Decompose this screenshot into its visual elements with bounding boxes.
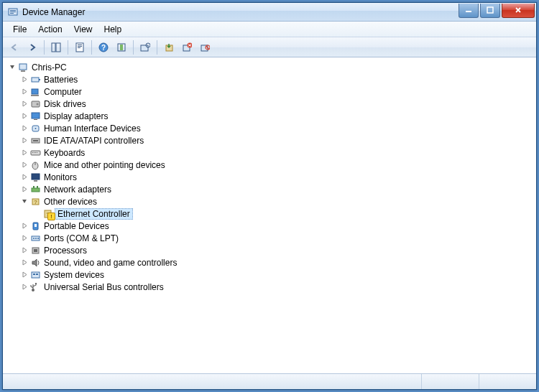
expand-toggle[interactable] [19,284,29,290]
ide-icon [29,135,42,146]
monitor-icon [29,172,42,183]
back-button[interactable] [6,39,23,56]
expand-toggle[interactable] [19,162,29,168]
svg-rect-9 [78,45,82,45]
show-hide-tree-button[interactable] [47,39,65,56]
tree-category[interactable]: Sound, video and game controllers [4,256,535,269]
portable-icon [29,220,42,232]
svg-text:?: ? [101,44,106,52]
svg-rect-46 [32,188,40,192]
toolbar: ? [3,37,536,57]
usb-icon [29,281,42,293]
disable-button[interactable] [196,39,213,56]
expand-toggle[interactable] [19,198,29,205]
svg-point-34 [35,128,37,129]
expand-toggle[interactable] [19,101,29,107]
battery-icon [29,74,42,85]
svg-rect-10 [78,46,82,47]
sound-icon [29,257,42,269]
expand-toggle[interactable] [7,64,17,70]
tree-item-label: Processors [42,246,88,256]
svg-rect-62 [33,274,35,275]
tree-category[interactable]: Portable Devices [4,220,535,232]
menu-action[interactable]: Action [32,23,68,36]
svg-rect-6 [52,43,55,52]
expand-toggle[interactable] [19,76,29,83]
expand-toggle[interactable] [19,113,29,119]
tree-category[interactable]: Network adapters [4,183,535,195]
tree-category[interactable]: Computer [4,85,535,98]
expand-toggle[interactable] [19,235,29,241]
forward-button[interactable] [24,39,41,56]
tree-category[interactable]: Universal Serial Bus controllers [4,281,535,293]
expand-toggle[interactable] [19,271,29,278]
tree-category[interactable]: ?Other devices [4,195,535,207]
expand-toggle[interactable] [19,174,29,180]
tree-item-label: System devices [42,270,106,280]
minimize-button[interactable] [459,4,479,18]
svg-rect-39 [34,152,34,153]
tree-category[interactable]: Mice and other pointing devices [4,159,535,171]
tree-category[interactable]: Ports (COM & LPT) [4,232,535,244]
uninstall-button[interactable] [178,39,195,56]
tree-content[interactable]: Chris-PCBatteriesComputerDisk drivesDisp… [3,57,536,373]
tree-category[interactable]: Display adapters [4,110,535,122]
svg-rect-26 [39,79,40,80]
help-button[interactable]: ? [95,39,112,56]
menu-help[interactable]: Help [98,23,128,36]
tree-item-label: Ethernet Controller [55,208,133,220]
toolbar-separator [44,40,45,55]
expand-toggle[interactable] [19,125,29,131]
tree-category[interactable]: Keyboards [4,146,535,159]
tree-category[interactable]: Disk drives [4,98,535,110]
tree-item-label: IDE ATA/ATAPI controllers [42,136,145,146]
toolbar-separator [133,40,134,55]
expand-toggle[interactable] [19,247,29,253]
tree-item-label: Computer [42,87,83,97]
svg-rect-25 [32,78,39,82]
action-button[interactable] [113,39,130,56]
tree-category[interactable]: Human Interface Devices [4,122,535,134]
titlebar[interactable]: Device Manager [3,3,536,22]
svg-rect-41 [37,152,37,153]
svg-text:?: ? [46,211,50,218]
expand-toggle[interactable] [19,88,29,95]
expand-toggle[interactable] [19,137,29,144]
app-icon [7,6,19,18]
system-icon [29,269,42,281]
svg-rect-54 [34,224,37,227]
update-driver-button[interactable] [160,39,178,56]
close-button[interactable] [502,4,535,18]
tree-item-label: Display adapters [42,111,109,121]
tree-root[interactable]: Chris-PC [4,61,535,73]
properties-button[interactable] [71,39,88,56]
svg-point-57 [35,238,37,239]
maximize-button[interactable] [480,4,500,18]
keyboard-icon [29,147,42,159]
expand-toggle[interactable] [19,259,29,266]
tree-item-label: Other devices [42,197,98,207]
svg-rect-16 [141,45,148,51]
tree-category[interactable]: Monitors [4,171,535,183]
tree-category[interactable]: Processors [4,244,535,256]
status-cell-2 [479,374,536,389]
menu-view[interactable]: View [68,23,98,36]
tree-category[interactable]: System devices [4,269,535,281]
expand-toggle[interactable] [19,223,29,229]
tree-category[interactable]: IDE ATA/ATAPI controllers [4,134,535,146]
status-cell-1 [421,374,479,389]
svg-rect-7 [56,43,60,52]
expand-toggle[interactable] [19,186,29,192]
mouse-icon [29,159,42,171]
tree-device[interactable]: ?Ethernet Controller [4,207,535,220]
scan-hardware-button[interactable] [137,39,154,56]
tree-item-label: Keyboards [42,148,86,158]
svg-rect-15 [120,45,123,50]
device-tree: Chris-PCBatteriesComputerDisk drivesDisp… [4,61,535,293]
svg-rect-61 [32,272,40,278]
expand-toggle[interactable] [19,149,29,156]
display-icon [29,111,42,122]
cpu-icon [29,245,42,256]
tree-category[interactable]: Batteries [4,73,535,85]
menu-file[interactable]: File [7,23,32,36]
